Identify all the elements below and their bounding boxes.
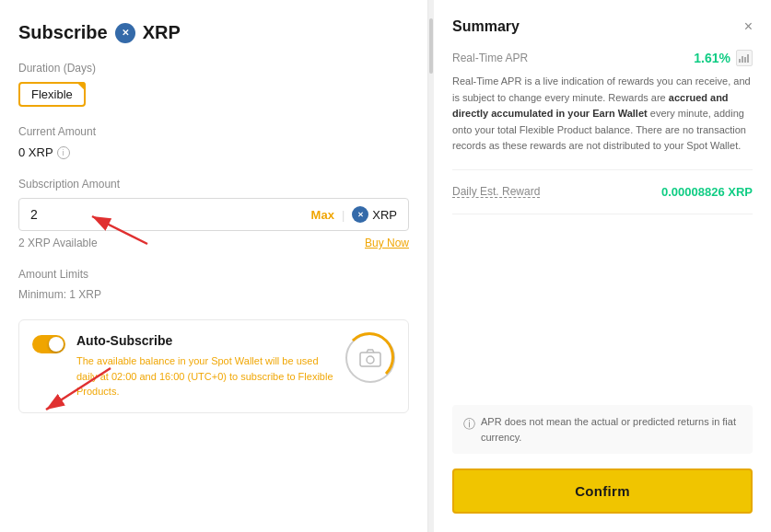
coin-name: XRP bbox=[143, 22, 181, 43]
xrp-logo-icon: ✕ bbox=[115, 23, 135, 43]
buy-now-link[interactable]: Buy Now bbox=[365, 237, 409, 249]
toggle-wrap bbox=[32, 335, 65, 353]
apr-row: Real-Time APR 1.61% bbox=[452, 50, 753, 66]
spacer bbox=[452, 229, 753, 405]
auto-subscribe-toggle[interactable] bbox=[32, 335, 65, 353]
subscription-input[interactable] bbox=[30, 207, 311, 222]
scrollbar-thumb bbox=[429, 18, 433, 74]
subscription-label: Subscription Amount bbox=[18, 178, 409, 191]
apr-value-group: 1.61% bbox=[694, 50, 753, 66]
info-circle-icon: ⓘ bbox=[463, 415, 475, 434]
reward-label[interactable]: Daily Est. Reward bbox=[452, 185, 540, 198]
duration-section: Duration (Days) Flexible bbox=[18, 62, 409, 125]
summary-header: Summary × bbox=[452, 18, 753, 35]
auto-subscribe-content: Auto-Subscribe The available balance in … bbox=[76, 333, 334, 399]
close-button[interactable]: × bbox=[744, 19, 753, 34]
available-text: 2 XRP Available bbox=[18, 237, 98, 249]
toggle-knob bbox=[49, 337, 64, 352]
info-icon[interactable]: i bbox=[57, 146, 70, 159]
duration-label: Duration (Days) bbox=[18, 62, 409, 75]
left-panel: Subscribe ✕ XRP Duration (Days) Flexible… bbox=[0, 0, 428, 532]
xrp-coin-icon: ✕ bbox=[352, 206, 368, 223]
apr-description: Real-Time APR is a live indication of re… bbox=[452, 74, 753, 170]
svg-rect-8 bbox=[744, 57, 746, 63]
svg-rect-7 bbox=[742, 56, 743, 63]
subscription-input-row: Max | ✕ XRP bbox=[18, 198, 409, 231]
auto-subscribe-title: Auto-Subscribe bbox=[76, 333, 334, 348]
current-amount-value: 0 XRP i bbox=[18, 145, 409, 159]
confirm-button[interactable]: Confirm bbox=[452, 468, 753, 514]
reward-row: Daily Est. Reward 0.00008826 XRP bbox=[452, 185, 753, 214]
current-amount-section: Current Amount 0 XRP i bbox=[18, 125, 409, 159]
chart-icon[interactable] bbox=[736, 50, 753, 66]
page-title: Subscribe bbox=[18, 22, 108, 43]
svg-rect-9 bbox=[747, 54, 749, 63]
flexible-button[interactable]: Flexible bbox=[18, 82, 86, 107]
auto-subscribe-box: Auto-Subscribe The available balance in … bbox=[18, 319, 409, 413]
apr-percent: 1.61% bbox=[694, 51, 730, 65]
title-row: Subscribe ✕ XRP bbox=[18, 22, 409, 43]
auto-subscribe-desc: The available balance in your Spot Walle… bbox=[76, 353, 334, 399]
disclaimer-text: APR does not mean the actual or predicte… bbox=[481, 414, 742, 445]
subscription-section: Subscription Amount Max | ✕ XRP 2 XRP Av… bbox=[18, 178, 409, 249]
apr-disclaimer: ⓘ APR does not mean the actual or predic… bbox=[452, 405, 753, 454]
svg-rect-6 bbox=[739, 59, 741, 63]
amount-limits-section: Amount Limits Minimum: 1 XRP bbox=[18, 268, 409, 301]
max-button[interactable]: Max bbox=[311, 208, 334, 222]
current-amount-label: Current Amount bbox=[18, 125, 409, 138]
camera-ring bbox=[345, 332, 394, 382]
minimum-text: Minimum: 1 XRP bbox=[18, 288, 409, 301]
available-row: 2 XRP Available Buy Now bbox=[18, 237, 409, 249]
amount-limits-label: Amount Limits bbox=[18, 268, 409, 281]
right-panel: Summary × Real-Time APR 1.61% Real-Time … bbox=[434, 0, 771, 532]
apr-label: Real-Time APR bbox=[452, 52, 528, 64]
coin-selector[interactable]: ✕ XRP bbox=[352, 206, 397, 223]
summary-title: Summary bbox=[452, 18, 520, 35]
camera-icon bbox=[345, 333, 395, 383]
reward-value: 0.00008826 XRP bbox=[661, 185, 753, 199]
